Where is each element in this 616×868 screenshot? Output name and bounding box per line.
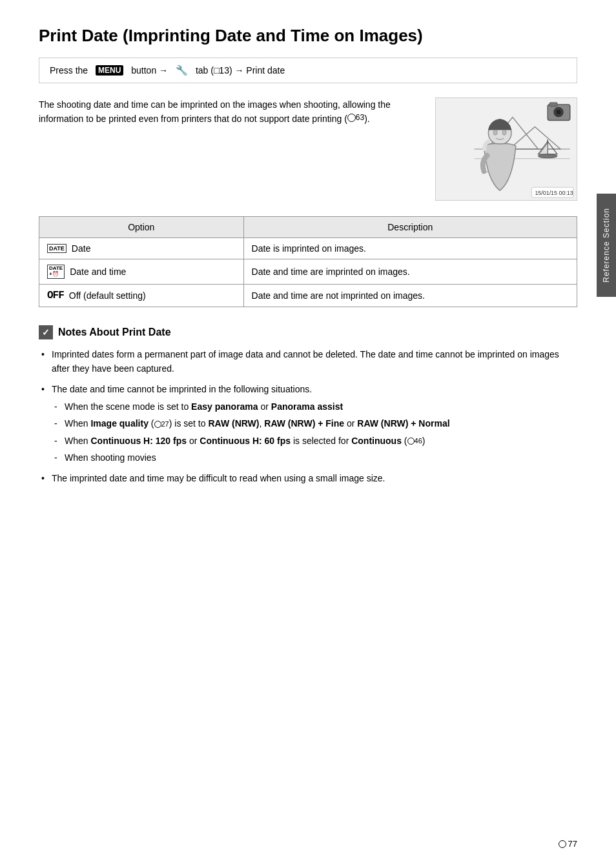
sub-list-item: When Continuous H: 120 fps or Continuous… (52, 434, 577, 448)
list-item: Imprinted dates form a permanent part of… (39, 347, 577, 376)
nav-instruction: Press the MENU button → 🔧 tab (□13) → Pr… (39, 57, 577, 83)
option-cell-off: OFF Off (default setting) (39, 284, 244, 307)
wrench-icon: 🔧 (176, 65, 188, 76)
reference-text: Reference Section (602, 208, 611, 283)
sub-list: When the scene mode is set to Easy panor… (52, 399, 577, 465)
sub-list-item: When shooting movies (52, 450, 577, 465)
page-num-text: 77 (568, 839, 577, 849)
list-item: The imprinted date and time may be diffi… (39, 471, 577, 485)
desc-cell-date: Date is imprinted on images. (243, 238, 577, 259)
option-cell-datetime: DATE+⏰ Date and time (39, 259, 244, 285)
intro-ref: 63 (347, 112, 364, 124)
intro-text: The shooting date and time can be imprin… (39, 97, 422, 201)
sub-list-item: When the scene mode is set to Easy panor… (52, 399, 577, 414)
date-badge-datetime: DATE+⏰ (47, 265, 65, 279)
reference-sidebar: Reference Section (597, 194, 616, 297)
svg-rect-13 (549, 103, 557, 106)
options-table: Option Description DATE Date Date is imp… (39, 216, 577, 307)
camera-illustration: 15/01/15 00:13 (435, 97, 577, 201)
table-row: DATE+⏰ Date and time Date and time are i… (39, 259, 577, 285)
nav-prefix: Press the (50, 65, 88, 76)
list-item: The date and time cannot be imprinted in… (39, 382, 577, 465)
notes-title: Notes About Print Date (58, 327, 171, 338)
option-label-date: Date (72, 243, 91, 254)
table-row: DATE Date Date is imprinted on images. (39, 238, 577, 259)
svg-point-10 (493, 130, 497, 135)
svg-text:15/01/15 00:13: 15/01/15 00:13 (535, 190, 573, 196)
sub-list-item: When Image quality (27) is set to RAW (N… (52, 416, 577, 430)
option-label-off: Off (default setting) (69, 290, 146, 301)
option-label-datetime: Date and time (70, 267, 126, 277)
notes-section: ✓ Notes About Print Date Imprinted dates… (39, 325, 577, 486)
page-title: Print Date (Imprinting Date and Time on … (39, 26, 577, 46)
table-row: OFF Off (default setting) Date and time … (39, 284, 577, 307)
nav-middle: button → (131, 65, 168, 76)
notes-header: ✓ Notes About Print Date (39, 325, 577, 339)
notes-list: Imprinted dates form a permanent part of… (39, 347, 577, 486)
intro-section: The shooting date and time can be imprin… (39, 97, 577, 201)
svg-point-15 (556, 110, 561, 115)
page-num-icon (559, 840, 567, 848)
svg-point-11 (502, 130, 506, 135)
off-badge: OFF (47, 290, 64, 301)
page-number: 77 (559, 839, 577, 849)
nav-tab: tab (□13) → Print date (196, 65, 285, 76)
date-badge-date: DATE (47, 244, 67, 254)
desc-cell-datetime: Date and time are imprinted on images. (243, 259, 577, 285)
svg-point-8 (538, 154, 557, 158)
option-cell-date: DATE Date (39, 238, 244, 259)
note-text-1: Imprinted dates form a permanent part of… (52, 349, 559, 374)
table-header-description: Description (243, 217, 577, 238)
note-text-2: The date and time cannot be imprinted in… (52, 384, 312, 394)
note-text-3: The imprinted date and time may be diffi… (52, 473, 385, 483)
menu-label: MENU (96, 65, 123, 76)
table-header-option: Option (39, 217, 244, 238)
desc-cell-off: Date and time are not imprinted on image… (243, 284, 577, 307)
check-icon: ✓ (39, 325, 53, 339)
